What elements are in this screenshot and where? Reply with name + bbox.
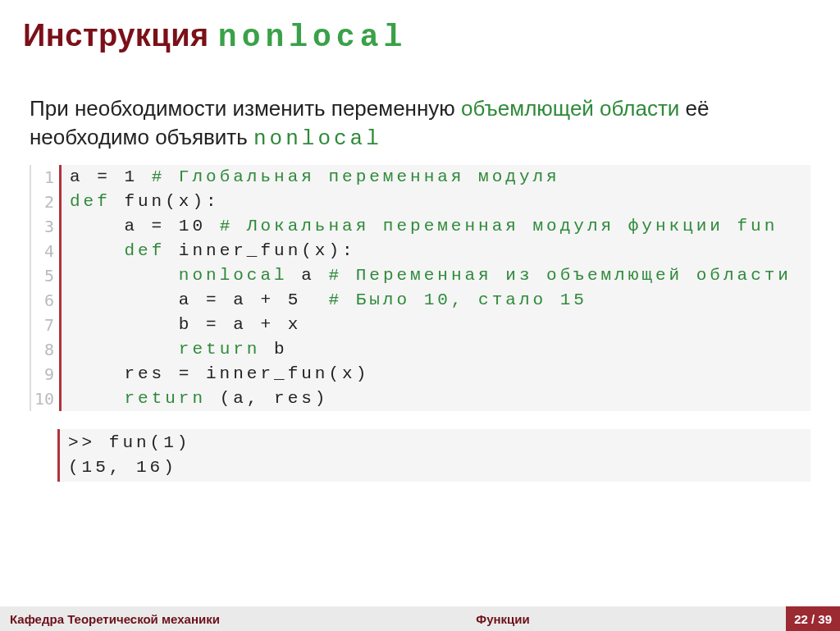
- code-line: return b: [62, 337, 810, 362]
- footer-left: Кафедра Теоретической механики: [0, 612, 220, 626]
- footer-page: 22 / 39: [786, 606, 840, 631]
- line-number: 5: [31, 263, 59, 288]
- slide-title: Инструкция nonlocal: [0, 0, 840, 55]
- code-row: 10 return (a, res): [31, 386, 810, 411]
- code-line: return (a, res): [62, 386, 810, 411]
- code-row: 6 a = a + 5 # Было 10, стало 15: [31, 288, 810, 313]
- code-line: a = 1 # Глобальная переменная модуля: [62, 165, 810, 190]
- spacer: [30, 429, 57, 482]
- code-line: def fun(x):: [62, 190, 810, 214]
- line-number: 1: [31, 165, 59, 190]
- code-line: a = a + 5 # Было 10, стало 15: [62, 288, 810, 313]
- code-line: a = 10 # Локальная переменная модуля фун…: [62, 214, 810, 239]
- code-row: 9 res = inner_fun(x): [31, 362, 810, 386]
- slide: Инструкция nonlocal При необходимости из…: [0, 0, 840, 631]
- out-line2: (15, 16): [68, 458, 177, 477]
- intro-green: объемлющей области: [461, 96, 679, 121]
- out-line1: >> fun(1): [68, 433, 190, 452]
- code-row: 2def fun(x):: [31, 190, 810, 214]
- code-line: res = inner_fun(x): [62, 362, 810, 386]
- code-row: 8 return b: [31, 337, 810, 362]
- intro-part1: При необходимости изменить переменную: [30, 96, 461, 121]
- line-number: 10: [31, 386, 59, 411]
- code-line: nonlocal a # Переменная из объемлющей об…: [62, 263, 810, 288]
- title-keyword: nonlocal: [218, 20, 407, 55]
- code-row: 7 b = a + x: [31, 313, 810, 337]
- title-prefix: Инструкция: [23, 18, 218, 53]
- code-row: 1a = 1 # Глобальная переменная модуля: [31, 165, 810, 190]
- line-number: 4: [31, 239, 59, 263]
- code-line: def inner_fun(x):: [62, 239, 810, 263]
- line-number: 9: [31, 362, 59, 386]
- line-number: 2: [31, 190, 59, 214]
- line-number: 7: [31, 313, 59, 337]
- line-number: 8: [31, 337, 59, 362]
- code-row: 3 a = 10 # Локальная переменная модуля ф…: [31, 214, 810, 239]
- footer: Кафедра Теоретической механики Функции 2…: [0, 606, 840, 631]
- code-line: b = a + x: [62, 313, 810, 337]
- intro-text: При необходимости изменить переменную об…: [0, 55, 840, 153]
- output-block: >> fun(1) (15, 16): [30, 429, 810, 482]
- output-text: >> fun(1) (15, 16): [60, 429, 810, 482]
- intro-mono: nonlocal: [253, 126, 382, 151]
- code-row: 5 nonlocal a # Переменная из объемлющей …: [31, 263, 810, 288]
- footer-center: Функции: [220, 612, 786, 626]
- code-row: 4 def inner_fun(x):: [31, 239, 810, 263]
- line-number: 3: [31, 214, 59, 239]
- line-number: 6: [31, 288, 59, 313]
- code-listing: 1a = 1 # Глобальная переменная модуля2de…: [30, 165, 810, 411]
